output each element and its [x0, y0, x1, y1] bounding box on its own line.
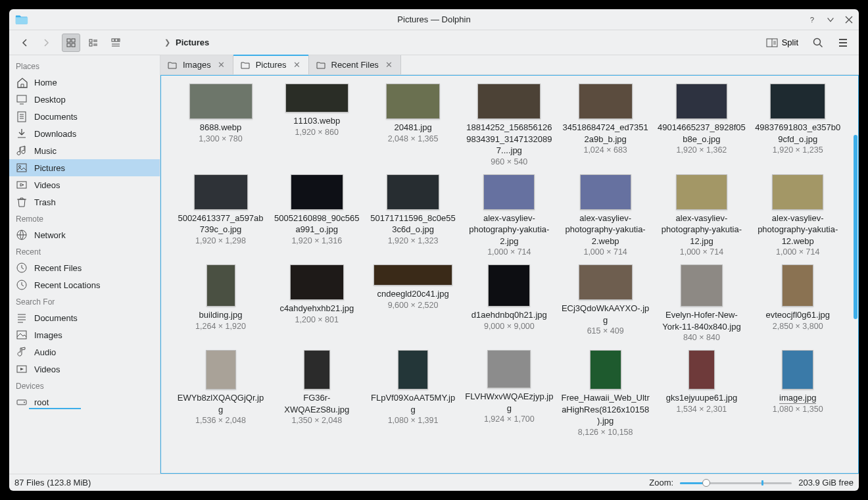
sidebar-item-label: Audio [34, 347, 56, 357]
sidebar-item-images[interactable]: Images [9, 326, 160, 343]
tab-close-button[interactable]: ✕ [292, 60, 302, 70]
file-view[interactable]: 8688.webp1,300 × 78011103.webp1,920 × 86… [161, 76, 858, 473]
file-item[interactable]: alex-vasyliev-photography-yakutia-2.jpg1… [462, 172, 557, 260]
file-item[interactable]: 50024613377_a597ab739c_o.jpg1,920 × 1,29… [173, 172, 268, 260]
sidebar-item-desktop[interactable]: Desktop [9, 91, 160, 108]
file-dimensions: 1,200 × 801 [295, 315, 339, 324]
file-name: evteocjfl0g61.jpg [765, 309, 830, 321]
file-item[interactable]: Evelyn-Hofer-New-York-11-840x840.jpg840 … [654, 262, 749, 345]
sidebar-header: Places [9, 58, 160, 74]
sidebar-item-videos[interactable]: Videos [9, 176, 160, 193]
sidebar-item-pictures[interactable]: Pictures [9, 159, 160, 176]
back-button[interactable] [16, 34, 34, 52]
sidebar-item-label: Videos [34, 364, 60, 374]
split-label: Split [782, 38, 798, 47]
sidebar-item-label: Music [34, 146, 57, 156]
file-item[interactable]: c4ahdyehxhb21.jpg1,200 × 801 [269, 262, 364, 345]
search-button[interactable] [809, 34, 827, 52]
file-dimensions: 1,350 × 2,048 [291, 416, 342, 425]
sidebar-header: Remote [9, 211, 160, 226]
icons-view-button[interactable] [62, 34, 80, 52]
clock-icon [16, 262, 28, 274]
tab-close-button[interactable]: ✕ [384, 60, 394, 70]
file-item[interactable]: d1aehdnbq0h21.jpg9,000 × 9,000 [462, 262, 557, 345]
breadcrumb[interactable]: ❯ Pictures [132, 38, 760, 47]
file-item[interactable]: 49014665237_8928f05b8e_o.jpg1,920 × 1,36… [654, 81, 749, 169]
file-item[interactable]: evteocjfl0g61.jpg2,850 × 3,800 [750, 262, 846, 345]
file-item[interactable]: building.jpg1,264 × 1,920 [173, 262, 268, 345]
sidebar-item-music[interactable]: Music [9, 142, 160, 159]
sidebar-item-audio[interactable]: Audio [9, 343, 160, 361]
sidebar-item-label: Desktop [34, 95, 66, 105]
file-item[interactable]: alex-vasyliev-photography-yakutia-2.webp… [558, 172, 653, 260]
tab-bar: Images✕Pictures✕Recent Files✕ [160, 55, 859, 75]
file-item[interactable]: cndeegld20c41.jpg9,600 × 2,520 [366, 262, 461, 345]
file-dimensions: 1,000 × 714 [776, 247, 819, 257]
svg-rect-12 [17, 95, 26, 102]
sidebar-item-label: Recent Files [34, 263, 82, 273]
sidebar-item-downloads[interactable]: Downloads [9, 125, 160, 142]
file-item[interactable]: gks1ejyuupe61.jpg1,534 × 2,301 [654, 347, 749, 439]
file-name: EWYb8zlXQAQGjQr.jpg [176, 392, 265, 415]
file-name: FLpVf09XoAAT5MY.jpg [369, 392, 458, 415]
file-item[interactable]: 20481.jpg2,048 × 1,365 [366, 81, 461, 169]
sidebar-item-documents[interactable]: Documents [9, 309, 160, 326]
tab-pictures[interactable]: Pictures✕ [233, 55, 309, 74]
thumbnail [398, 350, 428, 389]
file-item[interactable]: Free_Hawaii_Web_UltraHighRes(8126x10158)… [558, 347, 653, 439]
file-item[interactable]: FLpVf09XoAAT5MY.jpg1,080 × 1,391 [366, 347, 461, 439]
file-item[interactable]: image.jpg1,080 × 1,350 [750, 347, 846, 439]
file-item[interactable]: EWYb8zlXQAQGjQr.jpg1,536 × 2,048 [173, 347, 268, 439]
tab-images[interactable]: Images✕ [160, 55, 233, 74]
thumbnail [488, 264, 530, 307]
split-icon [766, 38, 778, 48]
svg-rect-2 [72, 39, 75, 42]
minimize-button[interactable] [826, 15, 835, 24]
help-button[interactable]: ? [808, 15, 817, 24]
file-item[interactable]: 50052160898_90c565a991_o.jpg1,920 × 1,31… [269, 172, 364, 260]
sidebar-item-documents[interactable]: Documents [9, 108, 160, 125]
details-view-button[interactable] [107, 34, 125, 52]
sidebar-item-label: Downloads [34, 129, 76, 139]
close-button[interactable] [844, 15, 854, 24]
scrollbar[interactable] [854, 135, 857, 319]
file-item[interactable]: alex-vasyliev-photography-yakutia-12.jpg… [654, 172, 749, 260]
file-item[interactable]: 50171711596_8c0e553c6d_o.jpg1,920 × 1,32… [366, 172, 461, 260]
file-item[interactable]: 8688.webp1,300 × 780 [173, 81, 268, 169]
breadcrumb-current[interactable]: Pictures [176, 38, 209, 47]
file-item[interactable]: FG36r-XWQAEzS8u.jpg1,350 × 2,048 [269, 347, 364, 439]
tab-recent-files[interactable]: Recent Files✕ [309, 55, 401, 74]
split-button[interactable]: Split [762, 35, 802, 51]
sidebar-item-videos[interactable]: Videos [9, 361, 160, 378]
compact-view-button[interactable] [84, 34, 103, 52]
svg-rect-16 [17, 182, 26, 188]
sidebar-item-recent-locations[interactable]: Recent Locations [9, 276, 160, 293]
file-item[interactable]: 18814252_1568561269834391_31471320897...… [462, 81, 557, 169]
file-dimensions: 1,920 × 1,235 [773, 145, 823, 155]
thumbnail [487, 350, 531, 388]
sidebar-item-label: Network [34, 230, 66, 240]
thumbnail [688, 350, 715, 389]
file-dimensions: 840 × 840 [683, 333, 720, 342]
sidebar-item-trash[interactable]: Trash [9, 193, 160, 211]
file-item[interactable]: 34518684724_ed73512a9b_b.jpg1,024 × 683 [558, 81, 653, 169]
tab-close-button[interactable]: ✕ [216, 60, 226, 70]
file-name: image.jpg [779, 392, 816, 404]
sidebar-item-root[interactable]: root [9, 393, 160, 411]
file-name: Evelyn-Hofer-New-York-11-840x840.jpg [657, 309, 746, 332]
file-name: gks1ejyuupe61.jpg [666, 392, 737, 404]
sidebar-item-label: Trash [34, 197, 56, 207]
file-item[interactable]: 11103.webp1,920 × 860 [269, 81, 364, 169]
forward-button[interactable] [37, 34, 55, 52]
file-item[interactable]: alex-vasyliev-photography-yakutia-12.web… [750, 172, 846, 260]
free-space: 203.9 GiB free [798, 478, 854, 488]
sidebar-item-label: root [34, 397, 49, 407]
file-item[interactable]: FLVHWxvWQAEzjyp.jpg1,924 × 1,700 [462, 347, 557, 439]
file-item[interactable]: 49837691803_e357b09cfd_o.jpg1,920 × 1,23… [750, 81, 846, 169]
sidebar-item-recent-files[interactable]: Recent Files [9, 259, 160, 276]
zoom-slider[interactable] [680, 478, 792, 488]
sidebar-item-network[interactable]: Network [9, 226, 160, 243]
menu-button[interactable] [834, 34, 852, 52]
sidebar-item-home[interactable]: Home [9, 74, 160, 91]
file-item[interactable]: ECj3QdoWkAAYXO-.jpg615 × 409 [558, 262, 653, 345]
